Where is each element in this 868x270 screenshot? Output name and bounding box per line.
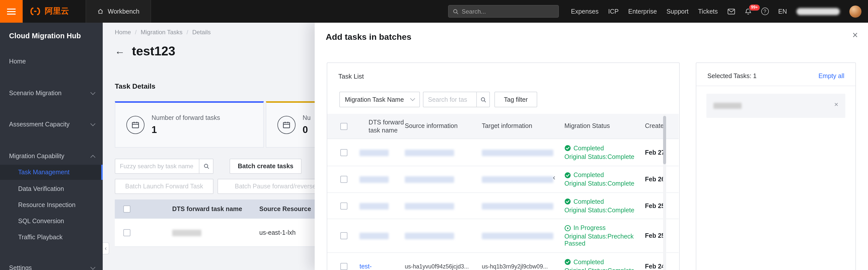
table-row[interactable]: Completed Original Status:Complete Feb 2… (327, 193, 679, 219)
redacted-task-name (172, 230, 202, 236)
chevron-down-icon (410, 96, 415, 101)
row-checkbox[interactable] (340, 263, 347, 270)
source-info: us-ha1yvu0f94z56jcjd3... (405, 263, 475, 270)
topbar-nav: Expenses ICP Enterprise Support Tickets … (571, 0, 862, 23)
nav-enterprise[interactable]: Enterprise (628, 8, 657, 15)
created-date: Feb 25 (645, 202, 665, 209)
original-status: Original Status:Complete (564, 153, 641, 160)
original-status: Original Status:Complete (564, 207, 641, 214)
nav-icp[interactable]: ICP (608, 8, 619, 15)
sidebar-item-settings[interactable]: Settings (0, 261, 103, 270)
redacted-target-info (482, 149, 553, 156)
alibaba-cloud-logo[interactable]: 阿里云 (29, 0, 69, 23)
table-row[interactable]: test- us-ha1yvu0f94z56jcjd3... us-hq1b3r… (327, 253, 679, 270)
select-all-checkbox[interactable] (340, 123, 347, 130)
task-name-link[interactable]: test- (360, 263, 372, 270)
breadcrumb-details: Details (192, 29, 211, 36)
status-text: Completed (574, 198, 604, 205)
row-checkbox[interactable] (340, 149, 347, 156)
breadcrumb-migration-tasks[interactable]: Migration Tasks (141, 29, 183, 36)
screen: 阿里云 Workbench Expenses ICP Enterprise Su… (0, 0, 868, 270)
status-text: In Progress (574, 224, 606, 232)
scrollbar-thumb[interactable] (663, 116, 666, 164)
sidebar-item-migration-capability[interactable]: Migration Capability (0, 149, 103, 164)
sidebar-item-task-management[interactable]: Task Management (0, 165, 103, 180)
original-status: Original Status:Complete (564, 180, 641, 187)
table-row[interactable]: In Progress Original Status:Precheck Pas… (327, 219, 679, 253)
row-checkbox[interactable] (340, 232, 347, 239)
batch-create-tasks-button[interactable]: Batch create tasks (229, 159, 302, 174)
check-circle-icon (564, 145, 571, 151)
fixed-column-scroll-indicator (553, 173, 555, 181)
notification-badge: 99+ (748, 4, 760, 11)
back-button[interactable] (115, 45, 125, 57)
sidebar: Cloud Migration Hub Home Scenario Migrat… (0, 23, 103, 270)
help-icon[interactable] (761, 7, 769, 15)
table-row[interactable]: Completed Original Status:Complete Feb 2… (327, 166, 679, 193)
redacted-selected-task-name (713, 103, 742, 109)
row-checkbox[interactable] (123, 229, 130, 236)
sidebar-item-sql-conversion[interactable]: SQL Conversion (0, 214, 103, 229)
message-icon[interactable] (727, 8, 735, 14)
nav-tickets[interactable]: Tickets (698, 8, 718, 15)
migration-status: Completed Original Status:Complete (564, 259, 641, 270)
sidebar-collapse-handle[interactable] (103, 242, 109, 254)
menu-button[interactable] (0, 0, 23, 23)
sidebar-item-resource-inspection[interactable]: Resource Inspection (0, 198, 103, 213)
row-checkbox[interactable] (340, 176, 347, 183)
search-button[interactable] (476, 92, 490, 107)
global-search (448, 5, 559, 18)
batch-launch-forward-task-button[interactable]: Batch Launch Forward Task (115, 179, 214, 194)
remove-selected-task-icon[interactable] (834, 100, 838, 108)
select-all-checkbox[interactable] (123, 206, 130, 213)
divider (696, 86, 856, 86)
check-circle-icon (564, 198, 571, 205)
sidebar-item-scenario-migration[interactable]: Scenario Migration (0, 86, 103, 101)
column-source-resource: Source Resource (259, 206, 311, 213)
account-name-redacted[interactable] (797, 8, 840, 15)
language-switch[interactable]: EN (778, 8, 787, 15)
workbench-tab[interactable]: Workbench (86, 0, 151, 23)
target-info: us-hq1b3rn9y2jl9cbw09... (482, 263, 557, 270)
close-icon[interactable] (852, 30, 858, 40)
sidebar-item-traffic-playback[interactable]: Traffic Playback (0, 230, 103, 245)
redacted-task-name (360, 233, 389, 239)
empty-all-link[interactable]: Empty all (818, 72, 844, 80)
check-circle-icon (564, 259, 571, 265)
progress-circle-icon (564, 225, 571, 231)
fuzzy-search (115, 159, 214, 174)
column-target-information: Target information (482, 122, 532, 129)
notifications-icon[interactable]: 99+ (744, 8, 751, 15)
calendar-icon (277, 116, 296, 134)
page-title: test123 (132, 44, 175, 58)
brand-text: 阿里云 (45, 6, 69, 17)
breadcrumb-home[interactable]: Home (115, 29, 131, 36)
selected-task-item (706, 94, 845, 118)
column-created: Create (645, 122, 664, 129)
drawer-table-header: DTS forward task name Source information… (327, 114, 679, 139)
tag-filter-button[interactable]: Tag filter (494, 92, 537, 107)
table-row[interactable]: Completed Original Status:Complete Feb 2… (327, 139, 679, 166)
row-checkbox[interactable] (340, 203, 347, 210)
sidebar-item-data-verification[interactable]: Data Verification (0, 181, 103, 197)
check-circle-icon (564, 172, 571, 178)
migration-status: Completed Original Status:Complete (564, 172, 641, 187)
fuzzy-search-input[interactable] (115, 159, 199, 174)
created-date: Feb 27 (645, 149, 665, 156)
created-date: Feb 26 (645, 176, 665, 183)
breadcrumb-separator (135, 29, 137, 36)
stat-label: Nu (303, 114, 311, 121)
nav-expenses[interactable]: Expenses (571, 8, 599, 15)
sidebar-item-assessment-capacity[interactable]: Assessment Capacity (0, 117, 103, 132)
redacted-task-name (360, 149, 389, 156)
redacted-source-info (405, 149, 454, 156)
avatar[interactable] (849, 5, 862, 18)
global-search-input[interactable] (462, 8, 554, 15)
redacted-target-info (482, 176, 553, 183)
nav-support[interactable]: Support (666, 8, 688, 15)
sidebar-item-home[interactable]: Home (0, 54, 103, 69)
search-icon (203, 163, 209, 169)
filter-type-select[interactable]: Migration Task Name (339, 92, 420, 107)
search-button[interactable] (199, 159, 214, 174)
task-search-input[interactable] (423, 92, 476, 107)
